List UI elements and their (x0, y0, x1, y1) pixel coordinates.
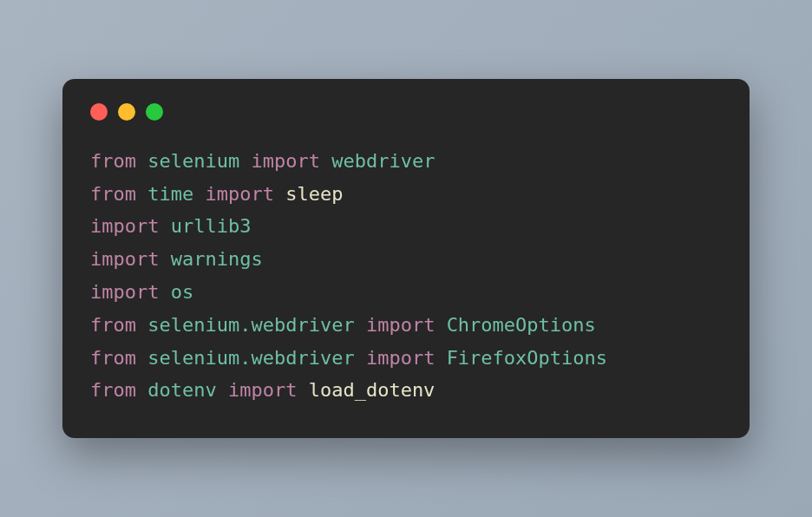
code-token: os (171, 281, 194, 303)
code-token: import (228, 379, 309, 401)
code-token: warnings (171, 248, 263, 270)
code-token: import (366, 347, 447, 369)
code-token: sleep (285, 183, 343, 205)
code-token: ChromeOptions (447, 314, 596, 336)
code-token: dotenv (147, 379, 228, 401)
code-line: from dotenv import load_dotenv (90, 374, 722, 407)
code-token: import (90, 281, 171, 303)
code-token: time (147, 183, 205, 205)
code-line: import os (90, 276, 722, 309)
code-token: from (90, 314, 147, 336)
code-token: selenium.webdriver (147, 314, 366, 336)
close-icon[interactable] (90, 103, 108, 121)
code-token: import (366, 314, 447, 336)
window-titlebar (90, 103, 722, 121)
code-token: import (90, 215, 171, 237)
code-token: import (205, 183, 285, 205)
code-token: selenium (147, 150, 251, 172)
code-token: selenium.webdriver (147, 347, 366, 369)
code-token: webdriver (331, 150, 435, 172)
code-window: from selenium import webdriverfrom time … (62, 79, 750, 439)
code-token: FirefoxOptions (447, 347, 607, 369)
code-token: import (90, 248, 171, 270)
code-line: from selenium import webdriver (90, 145, 722, 178)
code-token: load_dotenv (309, 379, 435, 401)
code-block: from selenium import webdriverfrom time … (90, 145, 722, 408)
code-token: import (251, 150, 331, 172)
minimize-icon[interactable] (118, 103, 135, 121)
code-token: urllib3 (171, 215, 252, 237)
code-token: from (90, 347, 147, 369)
code-line: from selenium.webdriver import FirefoxOp… (90, 342, 722, 375)
code-line: from selenium.webdriver import ChromeOpt… (90, 309, 722, 342)
code-line: import warnings (90, 243, 722, 276)
code-token: from (90, 183, 147, 205)
code-line: import urllib3 (90, 210, 722, 243)
code-token: from (90, 150, 147, 172)
maximize-icon[interactable] (146, 103, 163, 121)
code-line: from time import sleep (90, 178, 722, 211)
code-token: from (90, 379, 147, 401)
